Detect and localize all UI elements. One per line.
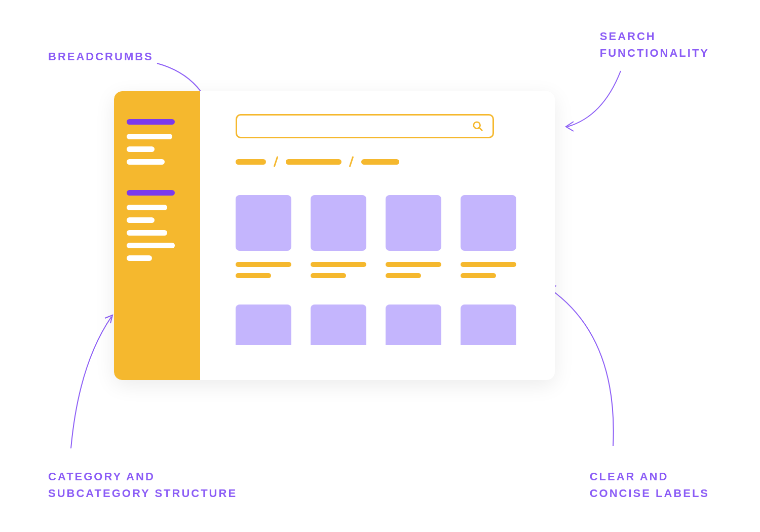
content-card[interactable] <box>461 305 516 345</box>
card-thumbnail <box>236 305 291 345</box>
content-card[interactable] <box>311 195 366 284</box>
content-card[interactable] <box>236 305 291 345</box>
sidebar-subcategory-item[interactable] <box>127 217 155 223</box>
breadcrumb <box>236 156 527 167</box>
content-card[interactable] <box>311 305 366 345</box>
annotation-search: SEARCHFUNCTIONALITY <box>600 28 709 61</box>
breadcrumb-item[interactable] <box>361 159 399 165</box>
sidebar-subcategory-item[interactable] <box>127 159 165 165</box>
sidebar-subcategory-item[interactable] <box>127 146 155 152</box>
search-icon <box>472 121 483 132</box>
svg-line-1 <box>479 128 482 131</box>
sidebar-subcategory-item[interactable] <box>127 243 175 248</box>
card-thumbnail <box>311 305 366 345</box>
sidebar-subcategory-item[interactable] <box>127 255 152 261</box>
card-label <box>461 273 496 278</box>
card-label <box>386 262 441 267</box>
content-grid-row <box>236 195 527 284</box>
breadcrumb-separator-icon <box>349 156 354 167</box>
sidebar-subcategory-item[interactable] <box>127 205 167 210</box>
card-label <box>461 262 516 267</box>
breadcrumb-item[interactable] <box>286 159 341 165</box>
annotation-category: CATEGORY ANDSUBCATEGORY STRUCTURE <box>48 468 237 502</box>
sidebar <box>114 91 200 380</box>
sidebar-subcategory-item[interactable] <box>127 134 172 139</box>
card-label <box>386 273 421 278</box>
card-label <box>311 273 346 278</box>
card-label <box>236 273 271 278</box>
card-thumbnail <box>461 195 516 251</box>
sidebar-subcategory-item[interactable] <box>127 230 167 236</box>
sidebar-group-1 <box>127 119 187 165</box>
card-label <box>236 262 291 267</box>
wireframe-mockup <box>114 91 555 380</box>
sidebar-group-2 <box>127 190 187 261</box>
breadcrumb-item[interactable] <box>236 159 266 165</box>
content-grid-row <box>236 305 527 345</box>
card-thumbnail <box>386 195 441 251</box>
content-card[interactable] <box>386 305 441 345</box>
content-card[interactable] <box>386 195 441 284</box>
breadcrumb-separator-icon <box>274 156 279 167</box>
card-thumbnail <box>386 305 441 345</box>
sidebar-category-header[interactable] <box>127 190 175 196</box>
card-label <box>311 262 366 267</box>
sidebar-category-header[interactable] <box>127 119 175 125</box>
annotation-breadcrumbs: BREADCRUMBS <box>48 48 154 65</box>
card-thumbnail <box>236 195 291 251</box>
content-card[interactable] <box>461 195 516 284</box>
card-thumbnail <box>311 195 366 251</box>
card-thumbnail <box>461 305 516 345</box>
arrow-search <box>557 68 628 141</box>
content-card[interactable] <box>236 195 291 284</box>
main-content <box>200 91 555 380</box>
annotation-labels: CLEAR ANDCONCISE LABELS <box>590 468 709 502</box>
search-input[interactable] <box>236 114 494 138</box>
